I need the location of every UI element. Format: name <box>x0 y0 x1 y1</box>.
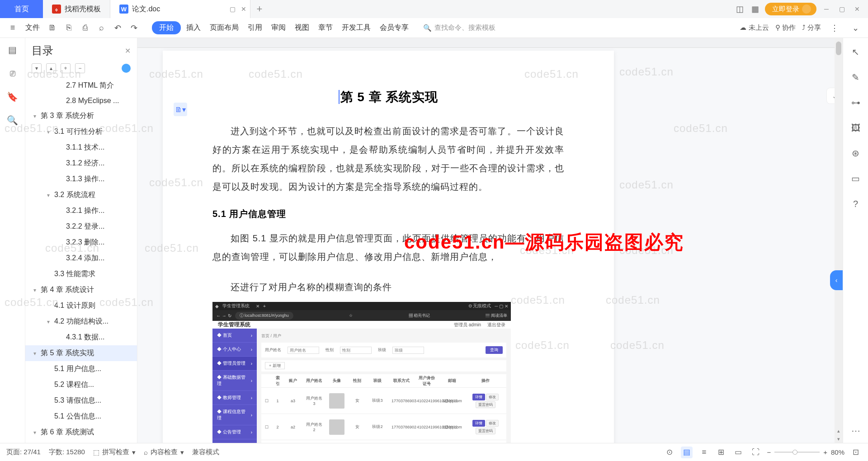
fullscreen-icon[interactable]: ⛶ <box>750 447 761 458</box>
add-item-icon[interactable]: + <box>61 63 71 73</box>
read-mode-icon[interactable]: ▭ <box>850 173 862 184</box>
tab-reference[interactable]: 引用 <box>244 23 266 33</box>
tab-insert[interactable]: 插入 <box>183 23 204 33</box>
outline-item[interactable]: 3.3 性能需求 <box>25 266 137 282</box>
zoom-out-icon[interactable]: − <box>767 448 771 456</box>
horizontal-ruler[interactable] <box>137 38 843 48</box>
pen-tool-icon[interactable]: ✎ <box>850 71 862 83</box>
export-icon[interactable]: ⎘ <box>61 21 76 35</box>
undo-icon[interactable]: ↶ <box>110 21 125 35</box>
search-box[interactable]: 🔍 查找命令、搜索模板 <box>414 24 738 32</box>
remove-item-icon[interactable]: − <box>75 63 85 73</box>
outline-item[interactable]: 3.1.3 操作... <box>25 171 137 187</box>
collapse-all-icon[interactable]: ▾ <box>32 63 42 73</box>
close-button[interactable]: ✕ <box>852 4 863 14</box>
outline-item[interactable]: 3.2.4 添加... <box>25 250 137 266</box>
zoom-fit-icon[interactable]: ⊡ <box>850 447 862 458</box>
outline-item[interactable]: 2.7 HTML 简介 <box>25 78 137 94</box>
query-button[interactable]: 查询 <box>486 346 503 354</box>
outline-item[interactable]: ▾4.2 功能结构设... <box>25 314 137 329</box>
add-tab-button[interactable]: + <box>250 0 269 18</box>
collab-button[interactable]: ⚲ 协作 <box>775 24 796 32</box>
outline-item[interactable]: ▾第 6 章 系统测试 <box>25 424 137 440</box>
outline-item[interactable]: 4.3.1 数据... <box>25 329 137 345</box>
compat-mode[interactable]: 兼容模式 <box>192 448 219 456</box>
cloud-status[interactable]: ☁ 未上云 <box>740 24 769 32</box>
bookmark-icon[interactable]: 🔖 <box>6 90 19 103</box>
spell-check[interactable]: ⬚ 拼写检查 ▾ <box>93 448 136 456</box>
tab-document[interactable]: W 论文.doc ▢ ✕ <box>110 0 250 18</box>
close-icon[interactable]: ✕ <box>241 5 246 13</box>
side-drawer-tab[interactable]: ‹ <box>830 270 843 290</box>
tab-review[interactable]: 审阅 <box>268 23 289 33</box>
outline-item[interactable]: ▾3.1 可行性分析 <box>25 124 137 140</box>
outline-item[interactable]: ▾第 3 章 系统分析 <box>25 108 137 124</box>
collapse-icon[interactable]: ⌄ <box>848 21 863 35</box>
outline-item[interactable]: 5.3 请假信息... <box>25 393 137 409</box>
paragraph-float-icon[interactable]: 🗎▾ <box>174 103 187 116</box>
outline-item[interactable]: 5.1 公告信息... <box>25 409 137 424</box>
scroll-thumb[interactable] <box>836 42 841 55</box>
zoom-control[interactable]: − + 80% <box>767 448 844 456</box>
focus-icon[interactable]: ⊙ <box>664 447 675 458</box>
apps-icon[interactable]: ▦ <box>750 4 760 14</box>
outline-item[interactable]: ▾第 4 章 系统设计 <box>25 282 137 298</box>
find-icon[interactable]: 🔍 <box>6 114 19 127</box>
embed-side-item[interactable]: ◆ 请假信息管理 › <box>212 439 257 443</box>
layout-outline-icon[interactable]: ⊞ <box>715 447 727 458</box>
login-button[interactable]: 立即登录 <box>765 3 816 15</box>
maximize-button[interactable]: ▢ <box>836 4 847 14</box>
tab-member[interactable]: 会员专享 <box>376 23 412 33</box>
help-icon[interactable]: ? <box>850 198 862 210</box>
outline-item[interactable]: 5.2 课程信... <box>25 377 137 393</box>
filter-sex[interactable] <box>340 347 372 354</box>
zoom-level[interactable]: 80% <box>831 448 844 456</box>
monitor-icon[interactable]: ▢ <box>230 5 236 13</box>
embed-side-item[interactable]: ◆ 个人中心 › <box>212 343 257 357</box>
image-tool-icon[interactable]: 🖼 <box>850 122 862 134</box>
add-button[interactable]: + 新增 <box>265 362 285 369</box>
page-count[interactable]: 页面: 27/41 <box>6 448 41 456</box>
sync-indicator[interactable] <box>122 64 131 73</box>
expand-all-icon[interactable]: ▴ <box>46 63 56 73</box>
preview-icon[interactable]: ⌕ <box>94 21 108 35</box>
outline-icon[interactable]: ▤ <box>6 43 19 56</box>
outline-item[interactable]: 3.2.2 登录... <box>25 219 137 235</box>
share-button[interactable]: ⤴ 分享 <box>802 24 821 32</box>
file-menu[interactable]: 文件 <box>22 23 43 33</box>
word-count[interactable]: 字数: 15280 <box>49 448 85 456</box>
outline-item[interactable]: 3.2.1 操作... <box>25 203 137 219</box>
outline-item[interactable]: 4.1 设计原则 <box>25 298 137 314</box>
outline-item[interactable]: 3.1.1 技术... <box>25 140 137 155</box>
layout-icon[interactable]: ◫ <box>734 4 745 14</box>
tab-start[interactable]: 开始 <box>152 21 181 34</box>
layout-web-icon[interactable]: ≡ <box>698 447 710 458</box>
outline-item[interactable]: ▾第 5 章 系统实现 <box>25 345 137 361</box>
layout-read-icon[interactable]: ▭ <box>732 447 744 458</box>
idea-icon[interactable]: ⊛ <box>850 147 862 159</box>
outline-item[interactable]: 3.2.3 删除... <box>25 235 137 250</box>
print-icon[interactable]: ⎙ <box>78 21 92 35</box>
zoom-in-icon[interactable]: + <box>823 448 827 456</box>
embed-side-item[interactable]: ◆ 公告管理 › <box>212 425 257 439</box>
tab-home[interactable]: 首页 <box>0 0 43 18</box>
outline-item[interactable]: 5.1 用户信息... <box>25 361 137 377</box>
document-page[interactable]: 🗎▾ 第 5 章 系统实现 进入到这个环节，也就可以及时检查出前面设计的需求是否… <box>163 51 614 443</box>
tab-view[interactable]: 视图 <box>291 23 313 33</box>
more-tools-icon[interactable]: ⋯ <box>850 425 862 437</box>
save-icon[interactable]: 🗎 <box>45 21 60 35</box>
minimize-button[interactable]: ─ <box>821 4 832 14</box>
close-outline-icon[interactable]: ✕ <box>125 47 131 55</box>
redo-icon[interactable]: ↷ <box>127 21 141 35</box>
filter-account[interactable] <box>288 347 319 354</box>
embed-side-item[interactable]: ◆ 首页 › <box>212 329 257 343</box>
vertical-scrollbar[interactable]: ▴ ▴ ▾ <box>835 38 843 443</box>
filter-class[interactable] <box>392 347 424 354</box>
embed-side-item[interactable]: ◆ 基础数据管理 › <box>212 371 257 391</box>
hamburger-icon[interactable]: ≡ <box>5 21 20 35</box>
embed-side-item[interactable]: ◆ 教师管理 › <box>212 391 257 405</box>
outline-item[interactable]: 2.8 MyEclipse ... <box>25 94 137 108</box>
layout-print-icon[interactable]: ▤ <box>681 447 693 458</box>
select-tool-icon[interactable]: ↖ <box>850 46 862 58</box>
content-check[interactable]: ⌕ 内容检查 ▾ <box>144 448 184 456</box>
